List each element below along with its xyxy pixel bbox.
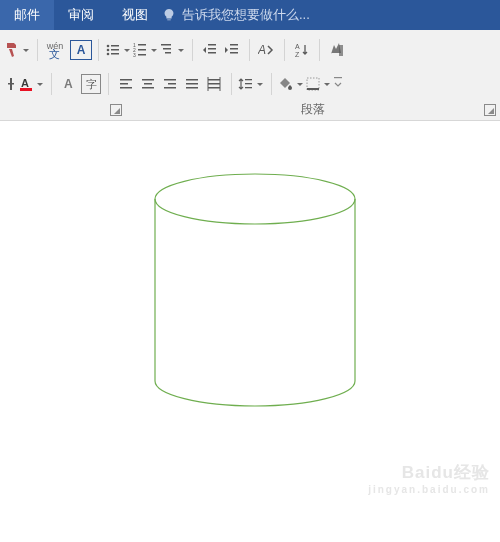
ribbon: wén 文 A 123 bbox=[0, 30, 500, 121]
format-painter-button[interactable] bbox=[4, 39, 31, 61]
svg-rect-5 bbox=[111, 53, 119, 55]
svg-rect-40 bbox=[186, 87, 198, 89]
svg-rect-34 bbox=[142, 87, 154, 89]
svg-rect-48 bbox=[307, 88, 319, 90]
svg-point-1 bbox=[107, 49, 110, 52]
svg-rect-33 bbox=[144, 83, 152, 85]
bullets-button[interactable] bbox=[105, 39, 132, 61]
svg-rect-10 bbox=[138, 49, 146, 51]
align-right-button[interactable] bbox=[159, 73, 181, 95]
svg-rect-12 bbox=[161, 44, 171, 46]
svg-point-50 bbox=[155, 174, 355, 224]
align-justify-button[interactable] bbox=[181, 73, 203, 95]
paragraph-dialog-launcher[interactable] bbox=[484, 104, 496, 116]
svg-rect-32 bbox=[142, 79, 154, 81]
svg-rect-13 bbox=[163, 48, 171, 50]
char-shading-button[interactable]: 字 bbox=[80, 73, 102, 95]
svg-rect-19 bbox=[230, 48, 238, 50]
svg-rect-35 bbox=[164, 79, 176, 81]
svg-rect-46 bbox=[245, 87, 252, 88]
borders-button[interactable] bbox=[305, 73, 332, 95]
clear-format-button[interactable]: A bbox=[256, 39, 278, 61]
svg-rect-41 bbox=[208, 79, 220, 81]
svg-rect-11 bbox=[138, 54, 146, 56]
svg-point-2 bbox=[107, 53, 110, 56]
highlight-button[interactable]: A bbox=[58, 73, 80, 95]
svg-rect-45 bbox=[245, 83, 252, 84]
svg-rect-14 bbox=[165, 52, 171, 54]
font-dialog-launcher[interactable] bbox=[110, 104, 122, 116]
svg-text:A: A bbox=[295, 43, 300, 50]
svg-rect-44 bbox=[245, 79, 252, 80]
distribute-button[interactable] bbox=[203, 73, 225, 95]
svg-rect-3 bbox=[111, 45, 119, 47]
svg-text:A: A bbox=[258, 43, 266, 57]
tell-me-search[interactable]: 告诉我您想要做什么... bbox=[162, 0, 500, 30]
overflow-button[interactable] bbox=[332, 73, 344, 95]
align-left-button[interactable] bbox=[115, 73, 137, 95]
tab-view[interactable]: 视图 bbox=[108, 0, 162, 30]
svg-text:A: A bbox=[21, 77, 29, 89]
svg-rect-20 bbox=[230, 52, 238, 54]
svg-rect-42 bbox=[208, 83, 220, 85]
svg-point-0 bbox=[107, 45, 110, 48]
cylinder-shape[interactable] bbox=[150, 171, 360, 411]
svg-rect-27 bbox=[20, 88, 32, 91]
tab-review[interactable]: 审阅 bbox=[54, 0, 108, 30]
tab-mail[interactable]: 邮件 bbox=[0, 0, 54, 30]
char-border-A: A bbox=[70, 40, 92, 60]
svg-rect-31 bbox=[120, 87, 132, 89]
tell-me-text: 告诉我您想要做什么... bbox=[182, 6, 310, 24]
svg-rect-15 bbox=[208, 44, 216, 46]
sort-button[interactable]: AZ bbox=[291, 39, 313, 61]
strikethrough-button[interactable] bbox=[4, 73, 18, 95]
increase-indent-button[interactable] bbox=[221, 39, 243, 61]
svg-rect-16 bbox=[208, 48, 216, 50]
paragraph-group-label: 段落 bbox=[301, 101, 325, 118]
group-labels: 段落 bbox=[0, 98, 500, 120]
svg-rect-17 bbox=[208, 52, 216, 54]
font-color-button[interactable]: A bbox=[18, 73, 45, 95]
svg-text:Z: Z bbox=[295, 51, 300, 58]
svg-rect-30 bbox=[120, 83, 128, 85]
phonetic-guide-button[interactable]: wén 文 bbox=[44, 39, 66, 61]
align-center-button[interactable] bbox=[137, 73, 159, 95]
shading-button[interactable] bbox=[278, 73, 305, 95]
watermark-sub: jingyan.baidu.com bbox=[368, 484, 490, 495]
svg-rect-37 bbox=[164, 87, 176, 89]
svg-rect-38 bbox=[186, 79, 198, 81]
svg-text:A: A bbox=[64, 77, 73, 91]
ribbon-tabs: 邮件 审阅 视图 告诉我您想要做什么... bbox=[0, 0, 500, 30]
decrease-indent-button[interactable] bbox=[199, 39, 221, 61]
char-border-button[interactable]: A bbox=[70, 39, 92, 61]
svg-rect-25 bbox=[8, 83, 14, 85]
svg-rect-18 bbox=[230, 44, 238, 46]
line-spacing-button[interactable] bbox=[238, 73, 265, 95]
svg-rect-9 bbox=[138, 44, 146, 46]
show-marks-button[interactable] bbox=[326, 39, 348, 61]
document-canvas[interactable]: Baidu经验 jingyan.baidu.com bbox=[0, 121, 500, 501]
ribbon-row-1: wén 文 A 123 bbox=[4, 36, 496, 64]
numbering-button[interactable]: 123 bbox=[132, 39, 159, 61]
svg-rect-4 bbox=[111, 49, 119, 51]
watermark-main: Baidu经验 bbox=[368, 461, 490, 484]
svg-rect-29 bbox=[120, 79, 132, 81]
svg-rect-49 bbox=[334, 77, 342, 78]
svg-rect-36 bbox=[168, 83, 176, 85]
watermark: Baidu经验 jingyan.baidu.com bbox=[368, 461, 490, 495]
svg-rect-43 bbox=[208, 87, 220, 89]
multilevel-list-button[interactable] bbox=[159, 39, 186, 61]
ribbon-row-2: A A 字 bbox=[4, 70, 496, 98]
svg-rect-39 bbox=[186, 83, 198, 85]
svg-text:3: 3 bbox=[133, 52, 136, 58]
bulb-icon bbox=[162, 8, 176, 22]
